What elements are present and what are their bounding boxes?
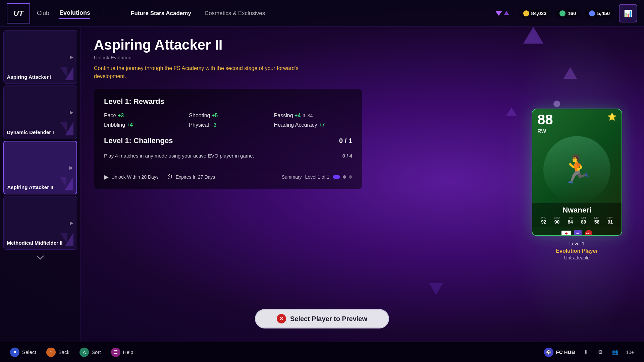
stat-heading-label: Heading Accuracy: [274, 122, 319, 128]
profile-button[interactable]: 📊: [619, 4, 637, 22]
card-position: RW: [537, 128, 553, 134]
card-level-label: Level 1: [569, 241, 584, 246]
club-badge: AFC: [585, 230, 592, 236]
league-badge: PL: [574, 230, 582, 236]
player-card: 88 RW ⭐ 🏃 Nwaneri PAC 92: [532, 109, 622, 236]
unlock-label: Unlock Evolution: [94, 55, 496, 60]
sp-icon: [589, 10, 595, 16]
challenge-count: 0 / 4: [342, 153, 352, 159]
ut-logo: UT: [7, 3, 30, 23]
subnav-cosmetics[interactable]: Cosmetics & Exclusives: [205, 10, 265, 17]
gems-badge: 160: [555, 9, 580, 18]
card-stat-sho: SHO 90: [551, 216, 564, 225]
clock-icon: ⏱: [167, 174, 173, 181]
stat-physical-label: Physical: [189, 122, 210, 128]
sidebar-item-aspiring-attacker-1[interactable]: Aspiring Attacker I ▶: [3, 30, 77, 84]
expires-days-text: Expires In 27 Days: [176, 174, 215, 180]
nav-club[interactable]: Club: [37, 8, 49, 18]
nav-separator: [104, 8, 104, 18]
sidebar-arrow-icon-4: ▶: [70, 220, 73, 226]
sort-control-label: Sort: [92, 349, 101, 355]
sidebar-item-methodical-midfielder[interactable]: Methodical Midfielder II ▶: [3, 196, 77, 250]
right-panel: 88 RW ⭐ 🏃 Nwaneri PAC 92: [510, 27, 644, 342]
evolution-description: Continue the journey through the FS Acad…: [94, 64, 329, 80]
download-icon[interactable]: ⬇: [582, 348, 590, 356]
sort-control[interactable]: △ Sort: [79, 348, 101, 357]
help-control[interactable]: ☰ Help: [111, 348, 133, 357]
challenges-progress: 0 / 1: [339, 137, 352, 145]
challenge-item-1: Play 4 matches in any mode using your ac…: [104, 150, 352, 161]
stat-passing-value: ⬆: [302, 113, 308, 118]
sp-value: 5,450: [597, 10, 610, 16]
stat-passing: Passing +4 ⬆ 84: [274, 113, 352, 119]
stat-shooting: Shooting +5: [189, 113, 267, 119]
stat-pace: Pace +3: [104, 113, 182, 119]
expires-days-badge: ⏱ Expires In 27 Days: [167, 174, 215, 181]
stat-physical-bonus: +3: [210, 122, 216, 128]
card-header: 88 RW ⭐: [532, 109, 622, 136]
stat-passing-num: 84: [308, 113, 313, 118]
select-player-button[interactable]: ✕ Select Player to Preview: [255, 309, 389, 328]
stats-grid: Pace +3 Shooting +5 Passing +4 ⬆ 84 Drib…: [104, 113, 352, 128]
select-control[interactable]: ✕ Select: [10, 348, 36, 357]
stat-dribbling-bonus: +4: [127, 122, 133, 128]
center-panel: Aspiring Attacker II Unlock Evolution Co…: [80, 27, 510, 342]
panel-footer: ▶ Unlock Within 20 Days ⏱ Expires In 27 …: [104, 168, 352, 181]
bottom-right: ⚽ FC HUB ⬇ ⚙ 👥 10+: [544, 348, 634, 357]
level-indicator: [333, 175, 352, 179]
challenges-header: Level 1: Challenges 0 / 1: [104, 136, 352, 145]
card-stat-pas: PAS 84: [564, 216, 577, 225]
filter-down-icon[interactable]: [495, 11, 502, 16]
card-rating: 88: [537, 113, 553, 127]
filter-up-icon[interactable]: [504, 11, 509, 15]
fc-hub-badge[interactable]: ⚽ FC HUB: [544, 348, 575, 357]
help-control-label: Help: [123, 349, 133, 355]
card-player-name: Nwaneri: [536, 206, 618, 215]
footer-right: Summary Level 1 of 1: [282, 174, 352, 180]
square-button-icon: ☰: [111, 348, 120, 357]
card-top-right: ⭐: [607, 113, 616, 121]
back-control[interactable]: ○ Back: [46, 348, 69, 357]
card-name-area: Nwaneri PAC 92 SHO 90 PAS 84 D: [532, 203, 622, 227]
sidebar-arrow-icon-3: ▶: [69, 165, 73, 170]
select-player-text: Select Player to Preview: [290, 315, 367, 323]
o-button-icon: ○: [46, 348, 56, 357]
fc-hub-icon: ⚽: [544, 348, 553, 357]
level-dot-3: [349, 175, 352, 179]
card-stat-def: DEF 58: [591, 216, 603, 225]
coins-icon: [523, 10, 529, 16]
sidebar-scroll-down[interactable]: [34, 253, 47, 261]
top-navigation: UT Club Evolutions Future Stars Academy …: [0, 0, 644, 27]
stat-dribbling: Dribbling +4: [104, 122, 182, 128]
nav-items: Club Evolutions Future Stars Academy Cos…: [37, 8, 495, 19]
bottom-bar: ✕ Select ○ Back △ Sort ☰ Help ⚽ FC HUB ⬇…: [0, 342, 644, 362]
select-control-label: Select: [22, 349, 36, 355]
card-footer: PL AFC: [532, 227, 622, 236]
card-stat-phy: PHY 91: [604, 216, 616, 225]
sidebar-arrow-icon-1: ▶: [70, 54, 73, 60]
play-icon: ▶: [104, 173, 109, 181]
filter-icons: [495, 11, 509, 16]
stat-heading-bonus: +7: [319, 122, 325, 128]
gems-value: 160: [568, 10, 576, 16]
back-control-label: Back: [58, 349, 69, 355]
footer-left: ▶ Unlock Within 20 Days ⏱ Expires In 27 …: [104, 173, 215, 181]
nav-evolutions[interactable]: Evolutions: [59, 8, 90, 19]
fc-hub-label: FC HUB: [556, 349, 575, 355]
evo-star-icon: ⭐: [607, 113, 616, 121]
rewards-title: Level 1: Rewards: [104, 97, 352, 106]
coins-value: 84,023: [531, 10, 547, 16]
unlock-days-text: Unlock Within 20 Days: [111, 174, 159, 180]
stat-passing-bonus: +4: [294, 113, 301, 118]
triangle-button-icon: △: [79, 348, 89, 357]
main-content: Aspiring Attacker I ▶ Dynamic Defender I…: [0, 27, 644, 342]
sidebar-item-aspiring-attacker-2[interactable]: Aspiring Attacker II ▶: [3, 141, 77, 194]
sidebar-item-dynamic-defender[interactable]: Dynamic Defender I ▶: [3, 85, 77, 139]
coins-badge: 84,023: [519, 9, 551, 18]
subnav-future-stars[interactable]: Future Stars Academy: [131, 10, 191, 17]
settings-icon[interactable]: ⚙: [596, 348, 604, 356]
stat-shooting-bonus: +5: [212, 113, 218, 118]
sidebar-arrow-icon-2: ▶: [70, 110, 73, 115]
card-stat-dri: DRI 89: [577, 216, 590, 225]
challenge-desc: Play 4 matches in any mode using your ac…: [104, 153, 254, 159]
